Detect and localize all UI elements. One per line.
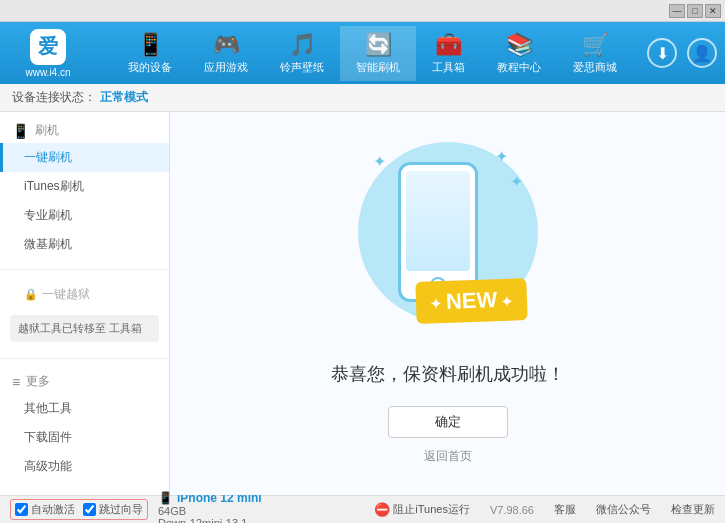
nav-apps-games-label: 应用游戏: [204, 60, 248, 75]
maximize-button[interactable]: □: [687, 4, 703, 18]
pro-flash-label: 专业刷机: [24, 208, 72, 222]
main-layout: 📱 刷机 一键刷机 iTunes刷机 专业刷机 微基刷机 🔒 一键越狱: [0, 112, 725, 495]
toolbox-icon: 🧰: [435, 32, 462, 58]
tutorials-icon: 📚: [506, 32, 533, 58]
other-tools-label: 其他工具: [24, 401, 72, 415]
nav-store[interactable]: 🛒 爱思商城: [557, 26, 633, 81]
sparkle-icon-1: ✦: [373, 152, 386, 171]
download-firmware-label: 下载固件: [24, 430, 72, 444]
nav-store-label: 爱思商城: [573, 60, 617, 75]
nav-items: 📱 我的设备 🎮 应用游戏 🎵 铃声壁纸 🔄 智能刷机 🧰 工具箱 📚 教程中心…: [98, 26, 647, 81]
bottom-bar: 自动激活 跳过向导 📱 iPhone 12 mini 64GB Down-12m…: [0, 495, 725, 523]
title-bar: — □ ✕: [0, 0, 725, 22]
version-text: V7.98.66: [490, 504, 534, 516]
sidebar-divider-1: [0, 269, 169, 270]
apps-games-icon: 🎮: [213, 32, 240, 58]
sidebar-item-itunes-flash[interactable]: iTunes刷机: [0, 172, 169, 201]
sidebar-section-jailbreak: 🔒 一键越狱 越狱工具已转移至 工具箱: [0, 274, 169, 354]
flash-section-icon: 📱: [12, 123, 29, 139]
phone-container: ✦ ✦ ✦ NEW: [368, 142, 528, 342]
nav-ringtones-label: 铃声壁纸: [280, 60, 324, 75]
logo-url: www.i4.cn: [25, 67, 70, 78]
nav-smart-flash-label: 智能刷机: [356, 60, 400, 75]
sidebar-section-flash: 📱 刷机 一键刷机 iTunes刷机 专业刷机 微基刷机: [0, 112, 169, 265]
sidebar-item-one-click-flash[interactable]: 一键刷机: [0, 143, 169, 172]
nav-tutorials-label: 教程中心: [497, 60, 541, 75]
bottom-right: ⛔ 阻止iTunes运行 V7.98.66 客服 微信公众号 检查更新: [374, 502, 715, 517]
success-title: 恭喜您，保资料刷机成功啦！: [331, 362, 565, 386]
sidebar-divider-2: [0, 358, 169, 359]
more-section-icon: ≡: [12, 374, 20, 390]
customer-service-link[interactable]: 客服: [554, 502, 576, 517]
status-label: 设备连接状态：: [12, 89, 96, 106]
sidebar-jailbreak-header: 🔒 一键越狱: [0, 280, 169, 309]
phone-screen: [406, 171, 470, 271]
window-controls: — □ ✕: [669, 4, 721, 18]
itunes-flash-label: iTunes刷机: [24, 179, 84, 193]
sidebar-item-baseband-flash[interactable]: 微基刷机: [0, 230, 169, 259]
nav-my-device-label: 我的设备: [128, 60, 172, 75]
auto-startup-label: 自动激活: [31, 502, 75, 517]
auto-startup-checkbox[interactable]: [15, 503, 28, 516]
lock-icon: 🔒: [24, 288, 38, 301]
sidebar-item-advanced[interactable]: 高级功能: [0, 452, 169, 481]
sidebar: 📱 刷机 一键刷机 iTunes刷机 专业刷机 微基刷机 🔒 一键越狱: [0, 112, 170, 495]
check-update-link[interactable]: 检查更新: [671, 502, 715, 517]
download-button[interactable]: ⬇: [647, 38, 677, 68]
sidebar-section-flash-header: 📱 刷机: [0, 118, 169, 143]
flash-section-label: 刷机: [35, 122, 59, 139]
sidebar-item-other-tools[interactable]: 其他工具: [0, 394, 169, 423]
sparkle-icon-3: ✦: [510, 172, 523, 191]
more-section-label: 更多: [26, 373, 50, 390]
logo[interactable]: 爱 www.i4.cn: [8, 29, 88, 78]
content-area: ✦ ✦ ✦ NEW 恭喜您，保资料刷机成功啦！ 确定 返回首页: [170, 112, 725, 495]
skip-wizard-checkbox[interactable]: [83, 503, 96, 516]
one-click-flash-label: 一键刷机: [24, 150, 72, 164]
advanced-label: 高级功能: [24, 459, 72, 473]
sidebar-item-download-firmware[interactable]: 下载固件: [0, 423, 169, 452]
device-storage: 64GB: [158, 505, 262, 517]
nav-smart-flash[interactable]: 🔄 智能刷机: [340, 26, 416, 81]
prevent-itunes[interactable]: ⛔ 阻止iTunes运行: [374, 502, 470, 517]
auto-startup-checkbox-item[interactable]: 自动激活: [15, 502, 75, 517]
logo-icon: 爱: [30, 29, 66, 65]
sidebar-section-more: ≡ 更多 其他工具 下载固件 高级功能: [0, 363, 169, 487]
nav-tutorials[interactable]: 📚 教程中心: [481, 26, 557, 81]
jailbreak-notice-text: 越狱工具已转移至 工具箱: [18, 322, 142, 334]
wechat-public-link[interactable]: 微信公众号: [596, 502, 651, 517]
nav-my-device[interactable]: 📱 我的设备: [112, 26, 188, 81]
jailbreak-label: 一键越狱: [42, 286, 90, 303]
nav-apps-games[interactable]: 🎮 应用游戏: [188, 26, 264, 81]
device-firmware: Down-12mini-13,1: [158, 517, 262, 524]
baseband-flash-label: 微基刷机: [24, 237, 72, 251]
sidebar-jailbreak-notice: 越狱工具已转移至 工具箱: [10, 315, 159, 342]
my-device-icon: 📱: [137, 32, 164, 58]
sparkle-icon-2: ✦: [495, 147, 508, 166]
nav-toolbox-label: 工具箱: [432, 60, 465, 75]
skip-wizard-label: 跳过向导: [99, 502, 143, 517]
sidebar-item-pro-flash[interactable]: 专业刷机: [0, 201, 169, 230]
prevent-itunes-label: 阻止iTunes运行: [393, 502, 470, 517]
new-badge: NEW: [416, 278, 529, 324]
prevent-itunes-icon: ⛔: [374, 502, 390, 517]
close-button[interactable]: ✕: [705, 4, 721, 18]
minimize-button[interactable]: —: [669, 4, 685, 18]
nav-ringtones[interactable]: 🎵 铃声壁纸: [264, 26, 340, 81]
nav-right-controls: ⬇ 👤: [647, 38, 717, 68]
store-icon: 🛒: [582, 32, 609, 58]
user-button[interactable]: 👤: [687, 38, 717, 68]
nav-toolbox[interactable]: 🧰 工具箱: [416, 26, 481, 81]
back-link[interactable]: 返回首页: [424, 448, 472, 465]
smart-flash-icon: 🔄: [365, 32, 392, 58]
status-bar: 设备连接状态： 正常模式: [0, 84, 725, 112]
skip-wizard-checkbox-item[interactable]: 跳过向导: [83, 502, 143, 517]
ringtones-icon: 🎵: [289, 32, 316, 58]
success-illustration: ✦ ✦ ✦ NEW: [368, 142, 528, 342]
status-value: 正常模式: [100, 89, 148, 106]
confirm-button[interactable]: 确定: [388, 406, 508, 438]
sidebar-section-more-header: ≡ 更多: [0, 369, 169, 394]
top-navigation: 爱 www.i4.cn 📱 我的设备 🎮 应用游戏 🎵 铃声壁纸 🔄 智能刷机 …: [0, 22, 725, 84]
